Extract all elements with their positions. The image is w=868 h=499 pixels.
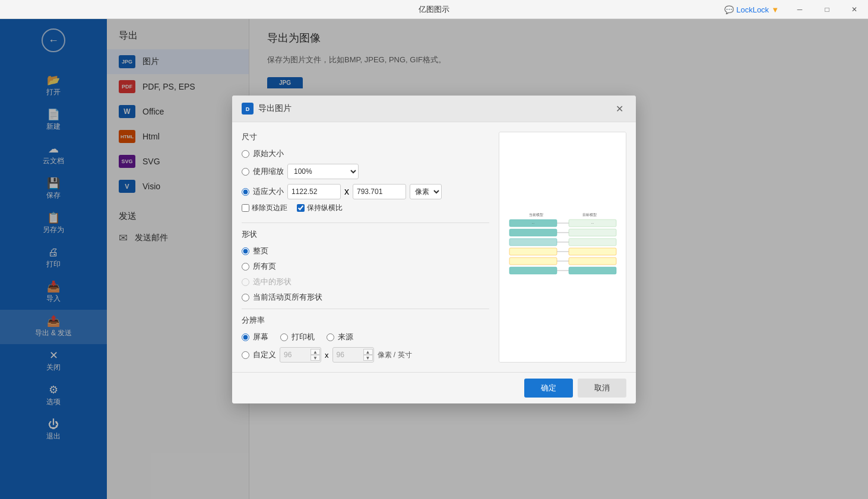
screen-label: 屏幕 <box>253 332 268 342</box>
custom-width-spinner: ▲ ▼ <box>311 349 320 361</box>
selected-label: 选中的形状 <box>253 276 292 287</box>
dialog-overlay: D 导出图片 ✕ 尺寸 原始大小 使用缩放 <box>0 0 868 499</box>
svg-rect-15 <box>569 258 616 265</box>
all-pages-radio[interactable] <box>242 263 249 271</box>
locklock-button[interactable]: 💬 LockLock ▼ <box>718 0 785 19</box>
svg-rect-9 <box>569 229 616 236</box>
source-label: 来源 <box>338 332 353 342</box>
svg-rect-13 <box>569 248 616 255</box>
checkbox-row: 移除页边距 保持纵横比 <box>242 203 489 213</box>
locklock-icon: 💬 <box>724 5 734 14</box>
width-input[interactable] <box>287 184 341 199</box>
svg-rect-12 <box>509 248 557 255</box>
cancel-button[interactable]: 取消 <box>578 379 626 398</box>
zoom-row: 使用缩放 100% <box>242 164 489 179</box>
titlebar: 亿图图示 💬 LockLock ▼ ─ □ ✕ <box>0 0 868 19</box>
diagram-preview-svg: 当前模型 目标模型 ··· ··· <box>506 209 619 286</box>
printer-resolution-option[interactable]: 打印机 <box>280 332 315 342</box>
fit-size-radio[interactable] <box>242 188 249 196</box>
printer-label: 打印机 <box>292 332 315 342</box>
dialog-icon: D <box>242 103 254 115</box>
dialog-body: 尺寸 原始大小 使用缩放 100% <box>232 122 636 372</box>
export-image-dialog: D 导出图片 ✕ 尺寸 原始大小 使用缩放 <box>232 96 636 403</box>
svg-rect-14 <box>509 258 557 265</box>
dialog-settings: 尺寸 原始大小 使用缩放 100% <box>242 132 489 363</box>
original-size-label: 原始大小 <box>253 148 284 159</box>
full-page-option[interactable]: 整页 <box>242 246 489 256</box>
svg-text:目标模型: 目标模型 <box>582 213 597 217</box>
zoom-size-label: 使用缩放 <box>253 166 284 177</box>
keep-ratio-label[interactable]: 保持纵横比 <box>297 203 343 213</box>
remove-margin-label[interactable]: 移除页边距 <box>242 203 287 213</box>
selected-radio <box>242 278 249 286</box>
maximize-button[interactable]: □ <box>813 0 841 19</box>
remove-margin-checkbox[interactable] <box>242 204 249 212</box>
svg-rect-16 <box>509 267 557 274</box>
keep-ratio-text: 保持纵横比 <box>307 203 343 213</box>
spinner-h-down: ▼ <box>363 355 373 361</box>
full-page-label: 整页 <box>253 246 268 256</box>
zoom-size-option[interactable]: 使用缩放 <box>242 166 284 177</box>
height-input[interactable] <box>353 184 406 199</box>
custom-resolution-row: 自定义 ▲ ▼ x ▲ ▼ <box>242 347 489 363</box>
svg-text:···: ··· <box>591 221 593 225</box>
resolution-section-title: 分辨率 <box>242 315 489 326</box>
svg-rect-10 <box>509 239 557 246</box>
active-page-option[interactable]: 当前活动页所有形状 <box>242 292 489 303</box>
svg-text:···: ··· <box>531 221 534 225</box>
source-resolution-radio[interactable] <box>327 333 334 341</box>
printer-resolution-radio[interactable] <box>280 333 288 341</box>
custom-width-wrap: ▲ ▼ <box>280 347 321 363</box>
svg-rect-17 <box>569 267 616 274</box>
divider-1 <box>242 223 489 223</box>
svg-text:当前模型: 当前模型 <box>529 213 543 217</box>
screen-resolution-option[interactable]: 屏幕 <box>242 332 268 342</box>
svg-rect-11 <box>569 239 616 246</box>
custom-x-sep: x <box>325 351 329 360</box>
all-pages-label: 所有页 <box>253 261 276 272</box>
original-size-radio[interactable] <box>242 150 249 158</box>
full-page-radio[interactable] <box>242 247 249 255</box>
custom-height-wrap: ▲ ▼ <box>332 347 374 363</box>
all-pages-option[interactable]: 所有页 <box>242 261 489 272</box>
active-page-radio[interactable] <box>242 294 249 301</box>
locklock-label: LockLock <box>736 5 769 14</box>
dialog-close-button[interactable]: ✕ <box>612 101 626 116</box>
dialog-title: 导出图片 <box>258 103 607 114</box>
zoom-select[interactable]: 100% <box>287 164 359 179</box>
unit-select[interactable]: 像素 <box>410 184 442 199</box>
custom-resolution-option[interactable]: 自定义 <box>242 349 276 360</box>
original-size-option[interactable]: 原始大小 <box>242 148 489 159</box>
window-controls: ─ □ ✕ <box>786 0 868 19</box>
spinner-down: ▼ <box>311 355 320 361</box>
resolution-radios: 屏幕 打印机 来源 <box>242 332 489 342</box>
svg-text:D: D <box>246 106 250 112</box>
zoom-size-radio[interactable] <box>242 168 249 176</box>
spinner-h-up: ▲ <box>363 349 373 355</box>
size-section-title: 尺寸 <box>242 132 489 142</box>
fit-size-row: 适应大小 x 像素 <box>242 184 489 199</box>
active-page-label: 当前活动页所有形状 <box>253 292 322 303</box>
custom-label: 自定义 <box>253 349 276 360</box>
minimize-button[interactable]: ─ <box>786 0 813 19</box>
dialog-footer: 确定 取消 <box>232 372 636 403</box>
source-resolution-option[interactable]: 来源 <box>327 332 353 342</box>
keep-ratio-checkbox[interactable] <box>297 204 305 212</box>
fit-size-label: 适应大小 <box>253 186 284 197</box>
size-x-separator: x <box>344 186 349 197</box>
close-button[interactable]: ✕ <box>841 0 868 19</box>
dialog-header: D 导出图片 ✕ <box>232 96 636 122</box>
res-unit-label: 像素 / 英寸 <box>378 350 412 360</box>
preview-area: 当前模型 目标模型 ··· ··· <box>499 132 626 362</box>
spinner-up: ▲ <box>311 349 320 355</box>
locklock-dropdown-icon: ▼ <box>771 5 779 14</box>
confirm-button[interactable]: 确定 <box>524 379 573 398</box>
custom-resolution-radio[interactable] <box>242 351 249 359</box>
divider-2 <box>242 309 489 309</box>
shape-section-title: 形状 <box>242 229 489 240</box>
fit-size-option[interactable]: 适应大小 <box>242 186 284 197</box>
custom-height-spinner: ▲ ▼ <box>363 349 373 361</box>
selected-option: 选中的形状 <box>242 276 489 287</box>
screen-resolution-radio[interactable] <box>242 333 249 341</box>
svg-rect-8 <box>509 229 557 236</box>
